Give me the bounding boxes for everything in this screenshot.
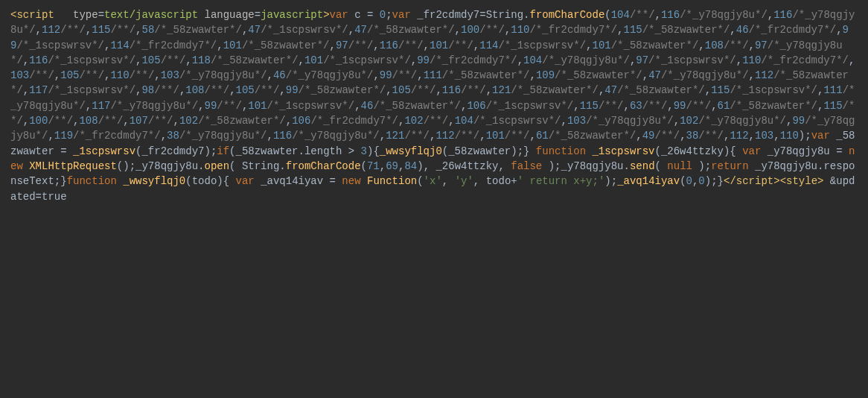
- code-content: <script type=text/javascript language=ja…: [10, 9, 855, 203]
- code-editor-viewport: <script type=text/javascript language=ja…: [0, 0, 868, 212]
